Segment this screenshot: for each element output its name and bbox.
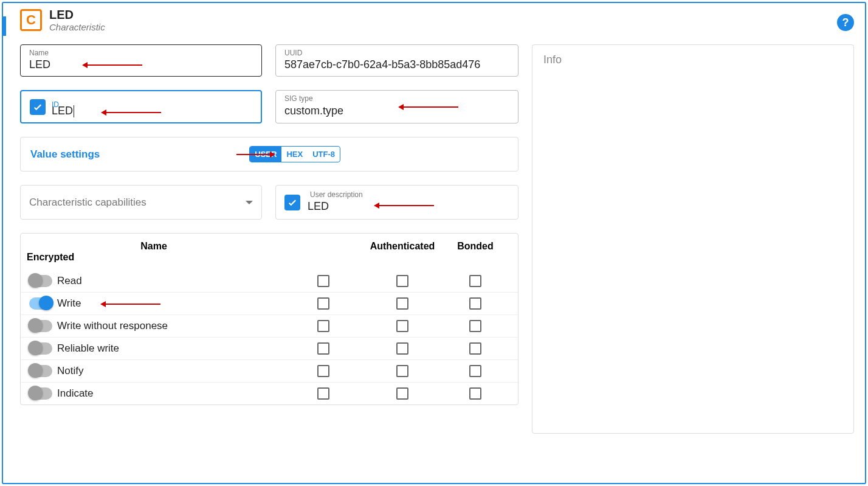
value-format-toggle: USER HEX UTF-8 (249, 146, 340, 162)
bonded-checkbox[interactable] (396, 342, 408, 355)
name-label: Name (29, 49, 49, 57)
encrypted-checkbox[interactable] (469, 320, 481, 332)
authenticated-checkbox[interactable] (317, 320, 329, 332)
user-description-label: User description (310, 190, 363, 199)
authenticated-checkbox[interactable] (317, 387, 329, 400)
col-bonded: Bonded (439, 241, 512, 252)
capability-name: Read (57, 275, 281, 287)
capability-name: Write without responese (57, 320, 281, 332)
id-input[interactable]: LED (52, 105, 253, 117)
user-description-field[interactable]: User description LED (275, 185, 518, 220)
table-row: Indicate (21, 382, 518, 404)
help-button[interactable]: ? (837, 14, 854, 31)
bonded-checkbox[interactable] (396, 275, 408, 287)
characteristic-editor-window: ? C LED Characteristic Name UUID (2, 2, 866, 484)
uuid-field[interactable]: UUID (275, 44, 518, 77)
table-row: Write without responese (21, 314, 518, 337)
toggle-utf8[interactable]: UTF-8 (308, 147, 340, 162)
encrypted-checkbox[interactable] (469, 342, 481, 355)
user-description-value: LED (308, 200, 329, 213)
authenticated-checkbox[interactable] (317, 365, 329, 377)
encrypted-checkbox[interactable] (469, 297, 481, 310)
page-subtitle: Characteristic (49, 22, 105, 32)
table-row: Reliable write (21, 337, 518, 359)
check-icon (32, 102, 43, 113)
capability-switch[interactable] (29, 275, 52, 287)
annotation-arrow (379, 205, 434, 206)
capability-table: Name Authenticated Bonded Encrypted Read… (20, 233, 518, 405)
sig-type-field[interactable]: SIG type (275, 90, 518, 123)
capability-name: Notify (57, 365, 281, 377)
info-title: Info (543, 54, 562, 66)
authenticated-checkbox[interactable] (317, 275, 329, 287)
id-checkbox[interactable] (30, 99, 46, 115)
col-encrypted: Encrypted (27, 252, 57, 263)
table-row: Notify (21, 359, 518, 382)
sig-type-label: SIG type (284, 94, 313, 103)
bonded-checkbox[interactable] (396, 365, 408, 377)
uuid-label: UUID (284, 49, 302, 57)
table-header-row: Name Authenticated Bonded Encrypted (21, 234, 518, 270)
bonded-checkbox[interactable] (396, 320, 408, 332)
col-authenticated: Authenticated (366, 241, 439, 252)
value-settings-title: Value settings (30, 148, 100, 161)
id-field[interactable]: ID LED (20, 90, 262, 123)
annotation-arrow (106, 304, 160, 305)
capability-switch[interactable] (29, 320, 52, 332)
table-row: Write (21, 292, 518, 314)
capability-name: Reliable write (57, 342, 281, 355)
capability-switch[interactable] (29, 365, 52, 377)
name-field[interactable]: Name (20, 44, 262, 77)
capabilities-dropdown[interactable]: Characteristic capabilities (20, 185, 262, 220)
col-name: Name (27, 241, 281, 252)
table-row: Read (21, 270, 518, 292)
value-settings-panel: Value settings USER HEX UTF-8 (20, 137, 518, 172)
user-description-checkbox[interactable] (284, 195, 300, 210)
capability-switch[interactable] (29, 342, 52, 355)
accent-bar (3, 16, 6, 36)
toggle-user[interactable]: USER (250, 147, 281, 162)
capability-name: Indicate (57, 387, 281, 400)
bonded-checkbox[interactable] (396, 387, 408, 400)
encrypted-checkbox[interactable] (469, 365, 481, 377)
check-icon (287, 197, 298, 208)
toggle-hex[interactable]: HEX (281, 147, 308, 162)
capabilities-dropdown-label: Characteristic capabilities (29, 196, 146, 209)
authenticated-checkbox[interactable] (317, 342, 329, 355)
header: C LED Characteristic (3, 8, 854, 32)
text-cursor (74, 105, 74, 117)
encrypted-checkbox[interactable] (469, 387, 481, 400)
bonded-checkbox[interactable] (396, 297, 408, 310)
capability-switch[interactable] (29, 297, 52, 310)
info-panel: Info (532, 44, 854, 434)
page-title: LED (49, 8, 105, 22)
authenticated-checkbox[interactable] (317, 297, 329, 310)
sig-type-input[interactable] (284, 105, 511, 117)
chevron-down-icon (246, 201, 253, 204)
id-label: ID (52, 100, 59, 109)
capability-switch[interactable] (29, 387, 52, 400)
capability-name: Write (57, 297, 281, 310)
uuid-input[interactable] (284, 58, 511, 71)
name-input[interactable] (29, 58, 254, 71)
characteristic-icon: C (20, 9, 42, 31)
encrypted-checkbox[interactable] (469, 275, 481, 287)
